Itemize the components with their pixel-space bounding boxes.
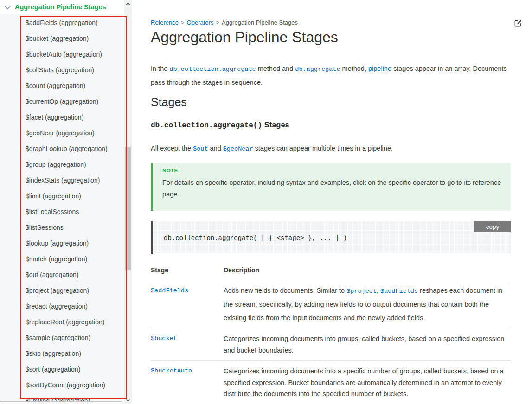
intro-text: method, bbox=[340, 65, 368, 72]
link-bucket-stage[interactable]: $bucket bbox=[151, 333, 224, 356]
link-geonear-stage[interactable]: $geoNear bbox=[223, 145, 253, 152]
table-header-description: Description bbox=[224, 265, 511, 275]
table-header-stage: Stage bbox=[151, 265, 224, 275]
stages-text: stages can appear multiple times in a pi… bbox=[253, 145, 393, 152]
sidebar-item-replaceroot[interactable]: $replaceRoot (aggregation) bbox=[0, 314, 124, 330]
sidebar-scrollbar[interactable] bbox=[124, 0, 132, 404]
stage-description: Adds new fields to documents. Similar to… bbox=[224, 284, 511, 325]
sidebar-item-bucketauto[interactable]: $bucketAuto (aggregation) bbox=[0, 46, 124, 62]
stages-paragraph: All except the $out and $geoNear stages … bbox=[151, 142, 511, 156]
sidebar-item-graphlookup[interactable]: $graphLookup (aggregation) bbox=[0, 141, 124, 157]
table-row: $bucket Categorizes incoming documents i… bbox=[151, 328, 511, 361]
stage-description: Categorizes incoming documents into grou… bbox=[224, 333, 511, 356]
link-bucketauto-stage[interactable]: $bucketAuto bbox=[151, 366, 224, 400]
breadcrumb-separator: > bbox=[181, 19, 185, 26]
description-text: Adds new fields to documents. Similar to bbox=[224, 287, 346, 294]
intro-text: In the bbox=[151, 65, 169, 72]
page-title: Aggregation Pipeline Stages bbox=[151, 29, 338, 46]
sidebar-item-redact[interactable]: $redact (aggregation) bbox=[0, 298, 124, 314]
main-content: Reference>Operators>Aggregation Pipeline… bbox=[132, 0, 532, 404]
sidebar-item-sample[interactable]: $sample (aggregation) bbox=[0, 330, 124, 346]
copy-button[interactable]: copy bbox=[474, 221, 511, 232]
scrollbar-up-arrow-icon[interactable] bbox=[125, 1, 131, 6]
sidebar-item-bucket[interactable]: $bucket (aggregation) bbox=[0, 31, 124, 46]
link-project-inline[interactable]: $project bbox=[346, 288, 377, 295]
scrollbar-thumb[interactable] bbox=[125, 147, 131, 270]
sidebar-item-count[interactable]: $count (aggregation) bbox=[0, 78, 124, 94]
stages-text: All except the bbox=[151, 145, 193, 152]
sidebar-item-sort[interactable]: $sort (aggregation) bbox=[0, 361, 124, 377]
stages-text: and bbox=[208, 145, 223, 152]
note-admonition: NOTE: For details on specific operator, … bbox=[151, 163, 511, 211]
edit-page-icon[interactable] bbox=[513, 19, 523, 28]
sidebar-item-currentop[interactable]: $currentOp (aggregation) bbox=[0, 94, 124, 109]
sidebar-item-collstats[interactable]: $collStats (aggregation) bbox=[0, 62, 124, 78]
sidebar-item-list: $addFields (aggregation) $bucket (aggreg… bbox=[0, 15, 124, 404]
sidebar-item-project[interactable]: $project (aggregation) bbox=[0, 283, 124, 298]
subheading-text: Stages bbox=[262, 120, 289, 129]
sidebar-item-addfields[interactable]: $addFields (aggregation) bbox=[0, 15, 124, 31]
sidebar-item-match[interactable]: $match (aggregation) bbox=[0, 251, 124, 267]
sidebar-section-header[interactable]: Aggregation Pipeline Stages bbox=[0, 0, 124, 14]
sidebar-item-listsessions[interactable]: $listSessions bbox=[0, 220, 124, 235]
table-header-row: Stage Description bbox=[151, 259, 511, 282]
code-snippet: db.collection.aggregate( [ { <stage> }, … bbox=[164, 234, 347, 242]
breadcrumb-separator: > bbox=[216, 19, 219, 26]
breadcrumb-current: Aggregation Pipeline Stages bbox=[222, 19, 298, 26]
breadcrumb-link-operators[interactable]: Operators bbox=[187, 19, 214, 26]
scrollbar-down-arrow-icon[interactable] bbox=[125, 398, 131, 403]
sidebar-item-lookup[interactable]: $lookup (aggregation) bbox=[0, 235, 124, 251]
stages-table: Stage Description $addFields Adds new fi… bbox=[151, 259, 511, 404]
link-db-aggregate[interactable]: db.aggregate bbox=[295, 66, 340, 73]
sidebar-nav: Aggregation Pipeline Stages $addFields (… bbox=[0, 0, 124, 404]
aggregate-stages-subheading: db.collection.aggregate() Stages bbox=[151, 120, 289, 130]
sidebar-item-listlocalsessions[interactable]: $listLocalSessions bbox=[0, 204, 124, 220]
link-out-stage[interactable]: $out bbox=[193, 145, 208, 152]
link-addfields-stage[interactable]: $addFields bbox=[151, 284, 224, 325]
breadcrumb: Reference>Operators>Aggregation Pipeline… bbox=[151, 19, 298, 26]
sidebar-item-skip[interactable]: $skip (aggregation) bbox=[0, 346, 124, 361]
description-text: Categorizes incoming documents into grou… bbox=[224, 335, 504, 354]
sidebar-item-out[interactable]: $out (aggregation) bbox=[0, 267, 124, 283]
sidebar-item-indexstats[interactable]: $indexStats (aggregation) bbox=[0, 172, 124, 188]
sidebar-item-sortbycount[interactable]: $sortByCount (aggregation) bbox=[0, 377, 124, 393]
stages-heading: Stages bbox=[151, 95, 187, 109]
sidebar-item-geonear[interactable]: $geoNear (aggregation) bbox=[0, 125, 124, 141]
subheading-code: db.collection.aggregate() bbox=[151, 121, 262, 130]
intro-text: method and bbox=[256, 65, 295, 72]
docs-page: Aggregation Pipeline Stages $addFields (… bbox=[0, 0, 532, 404]
intro-paragraph: In the db.collection.aggregate method an… bbox=[151, 62, 511, 89]
sidebar-item-group[interactable]: $group (aggregation) bbox=[0, 157, 124, 172]
link-addfields-inline[interactable]: $addFields bbox=[380, 288, 418, 295]
chevron-down-icon bbox=[4, 4, 12, 12]
description-text: Categorizes incoming documents into a sp… bbox=[224, 367, 504, 398]
breadcrumb-link-reference[interactable]: Reference bbox=[151, 19, 179, 26]
code-block: copy db.collection.aggregate( [ { <stage… bbox=[151, 221, 511, 254]
note-label: NOTE: bbox=[162, 168, 501, 173]
stage-description: Categorizes incoming documents into a sp… bbox=[224, 366, 511, 400]
status-popup-partial bbox=[0, 401, 122, 404]
table-row: $bucketAuto Categorizes incoming documen… bbox=[151, 361, 511, 404]
table-row: $addFields Adds new fields to documents.… bbox=[151, 282, 511, 328]
sidebar-item-facet[interactable]: $facet (aggregation) bbox=[0, 109, 124, 125]
description-text: , bbox=[377, 287, 380, 294]
note-text: For details on specific operator, includ… bbox=[162, 177, 501, 200]
link-pipeline[interactable]: pipeline bbox=[368, 65, 391, 72]
sidebar-item-limit[interactable]: $limit (aggregation) bbox=[0, 188, 124, 204]
link-db-collection-aggregate[interactable]: db.collection.aggregate bbox=[169, 66, 256, 73]
sidebar-section-title[interactable]: Aggregation Pipeline Stages bbox=[15, 3, 106, 11]
